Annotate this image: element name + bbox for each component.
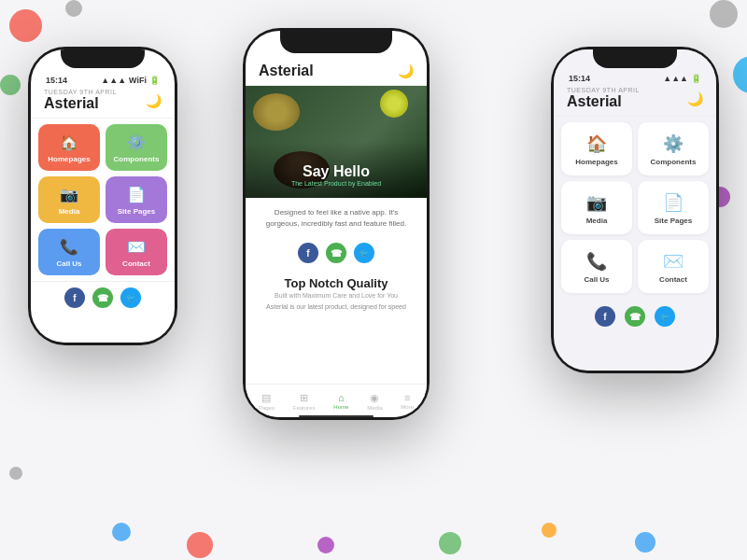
social-row-left: f ☎ 🐦 — [31, 281, 175, 314]
contact-label-left: Contact — [122, 259, 150, 268]
moon-icon-center: 🌙 — [398, 63, 414, 78]
center-social: f ☎ 🐦 — [246, 235, 427, 271]
components-icon-left: ⚙️ — [127, 133, 146, 151]
homepages-label-right: Homepages — [575, 158, 617, 166]
home-nav-label: Home — [333, 404, 348, 410]
twitter-btn-right[interactable]: 🐦 — [655, 306, 675, 327]
contact-icon-left: ✉️ — [127, 238, 146, 256]
facebook-btn-center[interactable]: f — [298, 243, 318, 263]
media-label-right: Media — [586, 217, 608, 225]
callus-label-right: Call Us — [584, 275, 609, 284]
nav-more[interactable]: ≡ More — [401, 392, 414, 410]
homepages-icon-left: 🏠 — [60, 133, 78, 151]
phone-center: Asterial 🌙 Say Hello The Latest Product … — [243, 28, 430, 420]
center-description: Designed to feel like a native app. It's… — [246, 198, 427, 235]
hero-image-center: Say Hello The Latest Product by Enabled — [246, 86, 427, 198]
hero-text: Say Hello The Latest Product by Enabled — [246, 163, 427, 187]
tq-desc: Asterial is our latest product, designed… — [259, 302, 414, 312]
date-right: TUESDAY 9TH APRIL — [567, 87, 640, 93]
top-notch-section: Top Notch Quality Built with Maximum Car… — [246, 271, 427, 315]
contact-label-right: Contact — [659, 275, 687, 284]
phone-right: 15:14 ▲▲▲ 🔋 TUESDAY 9TH APRIL Asterial 🌙… — [551, 47, 719, 373]
moon-icon-left: 🌙 — [146, 93, 162, 108]
social-row-right: f ☎ 🐦 — [554, 299, 716, 334]
hero-food-decoration — [253, 93, 300, 131]
more-nav-icon: ≡ — [404, 392, 410, 403]
phone-btn-right[interactable]: ☎ — [625, 306, 645, 327]
pages-nav-icon: ▤ — [261, 392, 271, 404]
grid-item-sitepages-left[interactable]: 📄 Site Pages — [106, 176, 167, 223]
features-nav-label: Features — [293, 405, 316, 411]
hero-title: Say Hello — [246, 163, 427, 180]
components-label-right: Components — [651, 158, 697, 166]
features-nav-icon: ⊞ — [300, 392, 308, 404]
phone-notch-right — [593, 49, 677, 68]
bottom-nav-center: ▤ Pages ⊞ Features ⌂ Home ◉ Media ≡ More — [246, 384, 427, 417]
nav-home[interactable]: ⌂ Home — [333, 392, 348, 410]
home-indicator-center — [299, 415, 374, 417]
tq-subtitle: Built with Maximum Care and Love for You — [259, 292, 414, 299]
grid-menu-left: 🏠 Homepages ⚙️ Components 📷 Media 📄 Site… — [31, 119, 175, 281]
home-nav-icon: ⌂ — [338, 392, 345, 403]
grid-item-components-right[interactable]: ⚙️ Components — [638, 122, 709, 175]
grid-item-homepages-right[interactable]: 🏠 Homepages — [561, 122, 632, 175]
grid-item-sitepages-right[interactable]: 📄 Site Pages — [638, 181, 709, 234]
facebook-btn-left[interactable]: f — [64, 287, 85, 308]
more-nav-label: More — [401, 404, 414, 410]
sitepages-label-left: Site Pages — [118, 207, 155, 216]
media-label-left: Media — [59, 207, 80, 216]
nav-features[interactable]: ⊞ Features — [293, 392, 316, 411]
twitter-btn-left[interactable]: 🐦 — [120, 287, 141, 308]
homepages-label-left: Homepages — [48, 155, 90, 163]
hero-lime-decoration — [380, 90, 408, 118]
desc-text: Designed to feel like a native app. It's… — [259, 207, 414, 230]
sitepages-icon-left: 📄 — [127, 186, 146, 203]
grid-item-homepages-left[interactable]: 🏠 Homepages — [38, 124, 100, 171]
app-header-right: TUESDAY 9TH APRIL Asterial 🌙 — [554, 85, 716, 117]
tq-title: Top Notch Quality — [259, 276, 414, 290]
callus-icon-left: 📞 — [60, 238, 78, 256]
grid-item-contact-left[interactable]: ✉️ Contact — [106, 229, 167, 275]
phone-btn-left[interactable]: ☎ — [92, 287, 113, 308]
sitepages-icon-right: 📄 — [663, 192, 684, 213]
grid-item-media-left[interactable]: 📷 Media — [38, 176, 100, 223]
media-icon-left: 📷 — [60, 186, 78, 203]
grid-item-contact-right[interactable]: ✉️ Contact — [638, 240, 709, 293]
callus-icon-right: 📞 — [586, 251, 607, 272]
title-center: Asterial — [259, 63, 314, 79]
phone-btn-center[interactable]: ☎ — [326, 243, 346, 263]
hero-subtitle: The Latest Product by Enabled — [246, 180, 427, 187]
status-time-right: 15:14 — [569, 74, 590, 83]
contact-icon-right: ✉️ — [663, 251, 684, 272]
media-nav-label: Media — [367, 405, 382, 411]
grid-item-callus-right[interactable]: 📞 Call Us — [561, 240, 632, 293]
callus-label-left: Call Us — [56, 259, 81, 268]
grid-item-media-right[interactable]: 📷 Media — [561, 181, 632, 234]
grid-item-callus-left[interactable]: 📞 Call Us — [38, 229, 100, 275]
date-left: TUESDAY 9TH APRIL — [44, 89, 117, 95]
facebook-btn-right[interactable]: f — [595, 306, 615, 327]
nav-media[interactable]: ◉ Media — [367, 392, 382, 411]
components-icon-right: ⚙️ — [663, 133, 684, 154]
pages-nav-label: Pages — [259, 405, 275, 411]
grid-menu-right: 🏠 Homepages ⚙️ Components 📷 Media 📄 Site… — [554, 117, 716, 299]
media-icon-right: 📷 — [586, 192, 607, 213]
status-icons-right: ▲▲▲ 🔋 — [663, 74, 701, 83]
sitepages-label-right: Site Pages — [655, 217, 692, 225]
phone-notch-left — [61, 49, 145, 68]
grid-item-components-left[interactable]: ⚙️ Components — [106, 124, 167, 171]
media-nav-icon: ◉ — [370, 392, 379, 404]
twitter-btn-center[interactable]: 🐦 — [354, 243, 374, 263]
phone-left: 15:14 ▲▲▲ WiFi 🔋 TUESDAY 9TH APRIL Aster… — [28, 47, 177, 345]
status-icons-left: ▲▲▲ WiFi 🔋 — [101, 76, 160, 85]
phone-notch-center — [280, 31, 392, 53]
title-right: Asterial — [567, 93, 640, 110]
moon-icon-right: 🌙 — [687, 91, 703, 106]
title-left: Asterial — [44, 95, 117, 112]
homepages-icon-right: 🏠 — [586, 133, 607, 154]
app-header-left: TUESDAY 9TH APRIL Asterial 🌙 — [31, 87, 175, 119]
status-time-left: 15:14 — [46, 76, 67, 85]
components-label-left: Components — [114, 155, 160, 163]
nav-pages[interactable]: ▤ Pages — [259, 392, 275, 411]
